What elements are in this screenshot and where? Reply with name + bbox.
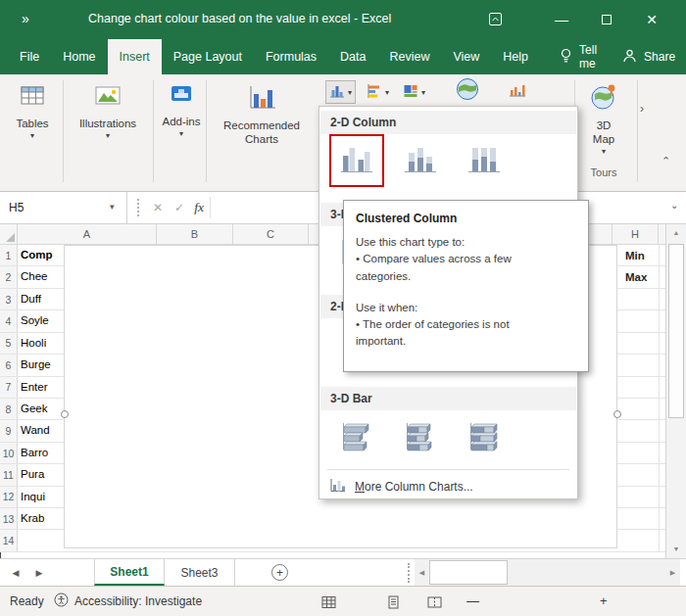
cell-column-a[interactable]: Pura bbox=[18, 464, 64, 485]
add-ins-button[interactable]: Add-ins ▾ bbox=[157, 78, 206, 138]
tab-insert[interactable]: Insert bbox=[108, 39, 162, 74]
row-header[interactable]: 1 bbox=[0, 245, 18, 265]
cell-column-a[interactable]: Hooli bbox=[18, 333, 64, 354]
zoom-out-button[interactable]: — bbox=[466, 593, 479, 608]
formula-bar-expand-icon[interactable]: ⌄ bbox=[670, 200, 678, 211]
ribbon-display-options-icon[interactable] bbox=[488, 12, 503, 29]
scroll-left-button[interactable]: ◀ bbox=[415, 559, 429, 586]
100-stacked-column-option[interactable] bbox=[459, 136, 510, 183]
enter-button[interactable]: ✓ bbox=[169, 192, 190, 223]
chart-resize-handle-left[interactable] bbox=[61, 410, 69, 418]
tab-home[interactable]: Home bbox=[51, 39, 107, 74]
maximize-button[interactable] bbox=[584, 0, 629, 39]
maps-button[interactable] bbox=[452, 78, 483, 102]
cell-column-a[interactable]: Krab bbox=[18, 508, 64, 529]
cancel-button[interactable]: ✕ bbox=[147, 192, 169, 223]
clustered-column-option[interactable] bbox=[331, 136, 382, 183]
stacked-column-option[interactable] bbox=[395, 136, 446, 183]
page-break-view-button[interactable] bbox=[423, 593, 445, 611]
vertical-scrollbar-thumb[interactable] bbox=[668, 244, 684, 418]
more-column-charts-item[interactable]: More Column Charts... bbox=[319, 472, 577, 501]
row-header[interactable]: 3 bbox=[0, 289, 18, 309]
tab-help[interactable]: Help bbox=[491, 39, 540, 74]
cell-column-a[interactable]: Barro bbox=[18, 443, 64, 463]
tab-file[interactable]: File bbox=[8, 39, 51, 74]
insert-bar-chart-button[interactable]: ▾ bbox=[364, 80, 392, 104]
cell-column-a[interactable]: Inqui bbox=[18, 487, 64, 507]
cell-h2[interactable]: Max bbox=[613, 266, 659, 288]
select-all-corner[interactable] bbox=[0, 224, 18, 244]
insert-column-chart-button[interactable]: ▾ bbox=[325, 80, 356, 104]
cell-h1[interactable]: Min bbox=[613, 245, 659, 266]
cell-column-a[interactable]: Burge bbox=[18, 355, 64, 375]
accessibility-status-button[interactable]: Accessibility: Investigate bbox=[54, 592, 202, 610]
illustrations-label: Illustrations bbox=[79, 117, 136, 130]
3d-map-button[interactable]: 3D Map ▾ bbox=[578, 78, 629, 156]
chart-resize-handle-right[interactable] bbox=[613, 410, 621, 418]
column-header-c[interactable]: C bbox=[233, 224, 309, 244]
minimize-button[interactable]: — bbox=[539, 0, 584, 39]
row-header[interactable]: 8 bbox=[0, 399, 18, 419]
tab-nav-right-button[interactable]: ▶ bbox=[29, 559, 49, 586]
normal-view-button[interactable] bbox=[318, 593, 339, 611]
pivot-chart-button[interactable] bbox=[506, 79, 529, 103]
tab-view[interactable]: View bbox=[441, 39, 491, 74]
insert-function-button[interactable]: fx bbox=[188, 192, 210, 223]
tell-me-button[interactable]: Tell me bbox=[548, 39, 609, 74]
row-header[interactable]: 6 bbox=[0, 355, 18, 375]
horizontal-scrollbar[interactable]: ◀ ▶ bbox=[415, 559, 680, 586]
scroll-down-button[interactable]: ▼ bbox=[666, 541, 686, 557]
row-header[interactable]: 2 bbox=[0, 266, 18, 287]
page-layout-view-button[interactable] bbox=[382, 593, 404, 611]
cell-column-a[interactable]: Soyle bbox=[18, 310, 64, 331]
column-header-b[interactable]: B bbox=[157, 224, 233, 244]
name-box-chevron-icon[interactable]: ▾ bbox=[110, 202, 115, 212]
row-header[interactable]: 5 bbox=[0, 333, 18, 354]
quick-access-toolbar-icon[interactable]: » bbox=[22, 11, 29, 26]
cell-column-a[interactable]: Duff bbox=[18, 289, 64, 309]
sheet-tab-sheet3[interactable]: Sheet3 bbox=[165, 559, 235, 586]
formula-bar-splitter[interactable] bbox=[137, 199, 139, 216]
row-header[interactable]: 11 bbox=[0, 464, 18, 485]
cell-column-a[interactable]: Geek bbox=[18, 399, 64, 419]
cell-column-a[interactable]: Wand bbox=[18, 420, 64, 441]
scroll-right-button[interactable]: ▶ bbox=[665, 559, 680, 586]
cell-column-a[interactable]: Chee bbox=[18, 266, 64, 287]
row-header[interactable]: 13 bbox=[0, 508, 18, 529]
tab-review[interactable]: Review bbox=[377, 39, 441, 74]
3d-stacked-bar-option[interactable] bbox=[395, 412, 446, 459]
tables-button[interactable]: Tables ▾ bbox=[4, 78, 61, 140]
close-button[interactable]: ✕ bbox=[629, 0, 674, 39]
tab-nav-left-button[interactable]: ◀ bbox=[6, 559, 25, 586]
3d-100-stacked-bar-option[interactable] bbox=[459, 412, 510, 459]
row-header[interactable]: 10 bbox=[0, 443, 18, 463]
scroll-up-button[interactable]: ▲ bbox=[666, 224, 686, 241]
ribbon-scroll-right-icon[interactable]: › bbox=[640, 102, 644, 116]
collapse-ribbon-icon[interactable]: ⌃ bbox=[662, 155, 670, 167]
sheet-tab-sheet1[interactable]: Sheet1 bbox=[94, 559, 165, 586]
tab-formulas[interactable]: Formulas bbox=[254, 39, 328, 74]
share-button[interactable]: Share bbox=[609, 39, 686, 74]
insert-hierarchy-chart-button[interactable]: ▾ bbox=[400, 80, 428, 104]
row-header[interactable]: 12 bbox=[0, 487, 18, 507]
recommended-charts-button[interactable]: Recommended Charts bbox=[210, 78, 314, 146]
tab-scrollbar-splitter[interactable] bbox=[408, 563, 410, 583]
tab-page-layout[interactable]: Page Layout bbox=[162, 39, 254, 74]
cell-column-a[interactable]: Comp bbox=[18, 245, 64, 265]
zoom-in-button[interactable]: + bbox=[600, 593, 608, 608]
row-header[interactable]: 9 bbox=[0, 420, 18, 441]
cell-column-a[interactable] bbox=[18, 530, 64, 550]
new-sheet-button[interactable]: + bbox=[271, 564, 288, 581]
vertical-scrollbar[interactable]: ▲ ▼ bbox=[665, 224, 686, 558]
illustrations-button[interactable]: Illustrations ▾ bbox=[69, 78, 147, 140]
column-header-a[interactable]: A bbox=[18, 224, 157, 244]
column-header-h[interactable]: H bbox=[612, 224, 659, 244]
row-header[interactable]: 14 bbox=[0, 530, 18, 550]
cell-column-a[interactable]: Enter bbox=[18, 377, 64, 398]
row-header[interactable]: 4 bbox=[0, 310, 18, 331]
name-box[interactable]: H5 bbox=[0, 192, 127, 223]
row-header[interactable]: 7 bbox=[0, 377, 18, 398]
tab-data[interactable]: Data bbox=[328, 39, 377, 74]
horizontal-scrollbar-thumb[interactable] bbox=[429, 560, 508, 585]
3d-clustered-bar-option[interactable] bbox=[331, 412, 382, 459]
